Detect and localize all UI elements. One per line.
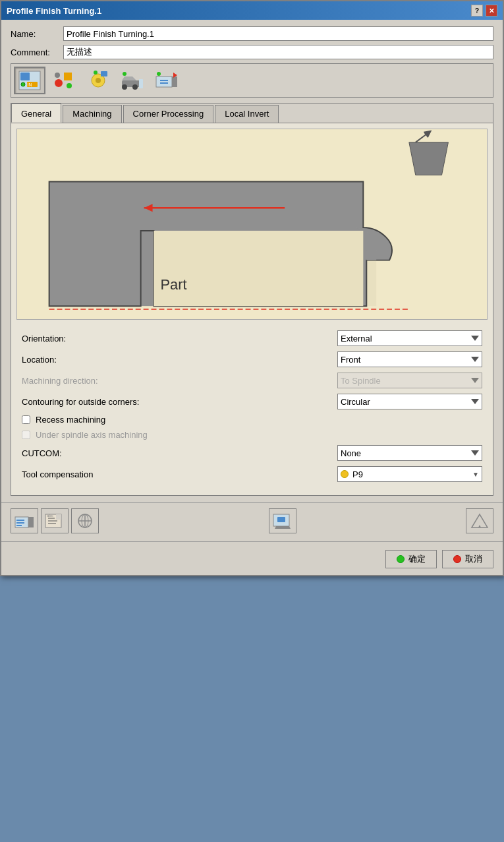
title-controls: ? ✕ xyxy=(471,5,497,16)
svg-point-7 xyxy=(67,83,72,88)
ok-icon xyxy=(397,555,405,563)
name-label: Name: xyxy=(11,29,63,39)
machining-direction-dropdown: To Spindle xyxy=(337,373,482,388)
ok-label: 确定 xyxy=(408,553,426,565)
tab-general-content: Part Orientation: External Internal xyxy=(11,123,493,495)
cancel-icon xyxy=(453,555,461,563)
contouring-dropdown[interactable]: Circular Linear None xyxy=(337,394,482,409)
p9-value: P9 xyxy=(352,469,472,479)
location-label: Location: xyxy=(22,355,337,365)
contouring-row: Contouring for outside corners: Circular… xyxy=(22,394,482,409)
svg-text:Part: Part xyxy=(160,276,186,293)
toolbar-btn-3[interactable] xyxy=(82,67,114,94)
under-spindle-label: Under spindle axis machining xyxy=(36,430,148,440)
svg-point-23 xyxy=(157,72,161,76)
svg-rect-1 xyxy=(20,73,30,80)
svg-rect-41 xyxy=(16,522,24,524)
orientation-label: Orientation: xyxy=(22,334,337,344)
recess-machining-checkbox[interactable] xyxy=(22,415,30,424)
bottom-toolbar: abc xyxy=(1,502,503,539)
svg-rect-33 xyxy=(154,231,364,306)
svg-point-16 xyxy=(132,84,138,90)
cancel-button[interactable]: 取消 xyxy=(442,550,493,568)
name-row: Name: xyxy=(11,26,493,41)
cutcom-label: CUTCOM: xyxy=(22,448,337,458)
svg-rect-42 xyxy=(16,525,22,526)
tab-corner-processing[interactable]: Corner Processing xyxy=(123,105,214,123)
help-button[interactable]: ? xyxy=(471,5,483,16)
svg-marker-44 xyxy=(56,514,61,520)
svg-marker-57 xyxy=(478,525,481,527)
tool-compensation-dropdown[interactable]: P9 ▼ xyxy=(337,466,482,482)
action-bar: 确定 取消 xyxy=(1,545,503,575)
location-dropdown[interactable]: Front Back xyxy=(337,351,482,367)
svg-text:IN: IN xyxy=(28,82,32,87)
location-row: Location: Front Back xyxy=(22,351,482,367)
tool-compensation-row: Tool compensation P9 ▼ xyxy=(22,466,482,482)
under-spindle-checkbox xyxy=(22,431,30,439)
svg-marker-39 xyxy=(28,517,34,527)
toolbar-btn-4[interactable] xyxy=(117,67,148,94)
recess-machining-row: Recess machining xyxy=(22,415,482,425)
toolbar: IN xyxy=(11,63,493,98)
toolbar-btn-5[interactable] xyxy=(151,67,182,94)
svg-marker-20 xyxy=(172,76,177,87)
comment-row: Comment: xyxy=(11,45,493,59)
toolbar-btn-2[interactable] xyxy=(48,67,80,94)
close-button[interactable]: ✕ xyxy=(486,5,497,16)
machining-direction-label: Machining direction: xyxy=(22,376,337,386)
bottom-btn-2[interactable]: abc xyxy=(41,508,69,533)
tabs-header: General Machining Corner Processing Loca… xyxy=(11,104,493,123)
svg-point-5 xyxy=(55,79,63,87)
window-title: Profile Finish Turning.1 xyxy=(7,6,101,16)
diagram-area: Part xyxy=(16,129,488,320)
machining-direction-row: Machining direction: To Spindle xyxy=(22,373,482,388)
bottom-center-btn[interactable] xyxy=(269,508,296,533)
recess-machining-label: Recess machining xyxy=(36,415,105,425)
bottom-left-buttons: abc xyxy=(11,508,99,533)
title-bar: Profile Finish Turning.1 ? ✕ xyxy=(1,1,503,20)
toolbar-btn-1[interactable]: IN xyxy=(14,67,45,94)
svg-point-15 xyxy=(122,84,127,90)
bottom-btn-1[interactable] xyxy=(11,508,38,533)
contouring-label: Contouring for outside corners: xyxy=(22,397,337,407)
svg-point-2 xyxy=(21,82,25,86)
svg-point-10 xyxy=(96,78,101,83)
under-spindle-row: Under spindle axis machining xyxy=(22,430,482,440)
p9-dot-icon xyxy=(341,470,349,478)
orientation-row: Orientation: External Internal xyxy=(22,330,482,346)
cancel-label: 取消 xyxy=(465,553,482,565)
tab-general[interactable]: General xyxy=(11,104,61,123)
svg-text:abc: abc xyxy=(47,514,53,518)
tab-local-invert[interactable]: Local Invert xyxy=(215,105,279,123)
cutcom-dropdown[interactable]: None Left Right xyxy=(337,445,482,461)
svg-point-8 xyxy=(55,73,60,78)
comment-label: Comment: xyxy=(11,47,63,57)
ok-button[interactable]: 确定 xyxy=(385,550,437,568)
tab-machining[interactable]: Machining xyxy=(63,105,121,123)
bottom-right-btn[interactable] xyxy=(466,508,493,533)
form-section: Orientation: External Internal Location:… xyxy=(16,328,488,490)
svg-rect-54 xyxy=(277,517,285,522)
svg-marker-6 xyxy=(64,73,72,80)
svg-rect-18 xyxy=(139,79,143,88)
p9-arrow-icon: ▼ xyxy=(472,471,479,478)
bottom-btn-3[interactable] xyxy=(71,508,99,533)
tabs-container: General Machining Corner Processing Loca… xyxy=(11,103,493,496)
cutcom-row: CUTCOM: None Left Right xyxy=(22,445,482,461)
svg-rect-19 xyxy=(156,76,172,87)
main-window: Profile Finish Turning.1 ? ✕ Name: Comme… xyxy=(0,0,504,576)
svg-point-17 xyxy=(123,72,126,76)
orientation-dropdown[interactable]: External Internal xyxy=(337,330,482,346)
window-content: Name: Comment: IN xyxy=(1,20,503,502)
svg-marker-26 xyxy=(409,142,449,175)
svg-marker-55 xyxy=(275,526,291,529)
name-input[interactable] xyxy=(63,26,493,41)
svg-rect-40 xyxy=(16,520,24,521)
svg-marker-14 xyxy=(122,76,136,80)
svg-point-11 xyxy=(94,71,98,75)
comment-input[interactable] xyxy=(63,45,493,59)
svg-rect-12 xyxy=(101,71,107,76)
tool-compensation-label: Tool compensation xyxy=(22,469,337,479)
